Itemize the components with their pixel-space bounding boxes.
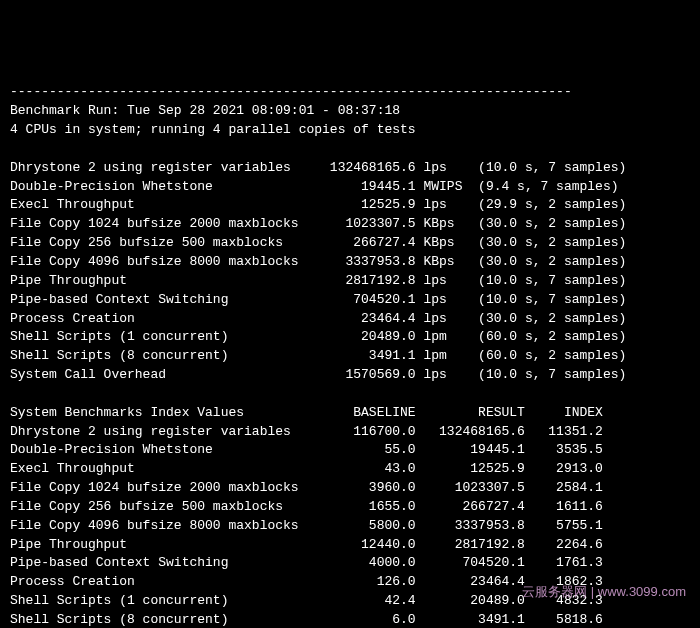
terminal-output: ----------------------------------------…	[10, 83, 690, 628]
